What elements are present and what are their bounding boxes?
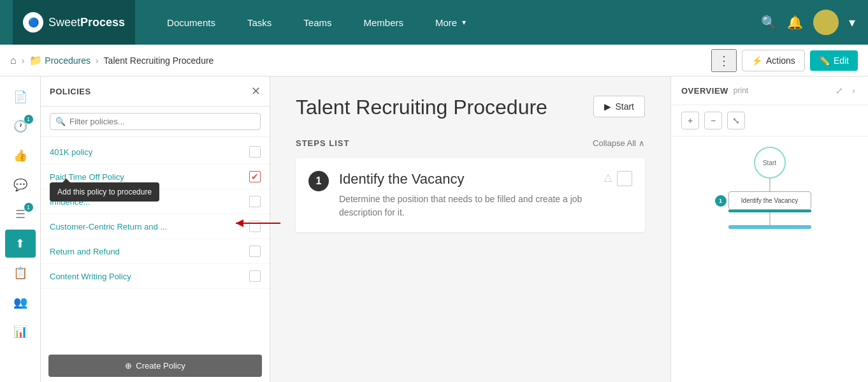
actions-button[interactable]: ⚡ Actions bbox=[742, 50, 805, 71]
breadcrumb-procedures-link[interactable]: 📁 Procedures bbox=[29, 54, 90, 66]
document-icon: 📄 bbox=[13, 90, 27, 104]
step-number: 1 bbox=[308, 171, 329, 191]
list-item[interactable]: Return and Refund bbox=[41, 239, 270, 264]
overview-panel: OVERVIEW print ⤢ › + − ⤡ Start bbox=[670, 77, 868, 382]
flow-start-node: Start bbox=[754, 147, 786, 179]
sidebar-item-chat[interactable]: 💬 bbox=[5, 171, 36, 199]
dropdown-arrow-icon[interactable]: ▾ bbox=[849, 15, 855, 30]
chat-icon: 💬 bbox=[13, 178, 27, 192]
bell-icon[interactable]: 🔔 bbox=[787, 15, 803, 30]
policies-header: POLICIES ✕ bbox=[41, 77, 270, 107]
list-item[interactable]: 401K policy bbox=[41, 140, 270, 165]
start-button[interactable]: ▶ Start bbox=[593, 96, 645, 117]
sidebar-item-upload[interactable]: ⬆ bbox=[5, 230, 36, 258]
flow-start-label: Start bbox=[763, 159, 776, 166]
step-content: Identify the Vacancy Determine the posit… bbox=[339, 171, 594, 219]
nav-item-members[interactable]: Members bbox=[358, 14, 410, 31]
sidebar-icon-bar: 📄 🕐 1 👍 💬 ☰ 1 ⬆ 📋 👥 📊 bbox=[0, 77, 41, 382]
overview-canvas: Start 1 Identify the Vacancy bbox=[671, 136, 868, 382]
overview-header: OVERVIEW print ⤢ › bbox=[671, 77, 868, 105]
policy-checkbox[interactable] bbox=[249, 246, 261, 257]
sidebar-item-thumb[interactable]: 👍 bbox=[5, 142, 36, 170]
create-policy-button[interactable]: ⊕ Create Policy bbox=[48, 355, 262, 377]
policy-item-paid-time-off: Paid Time Off Policy ✔ Add this policy t… bbox=[41, 165, 270, 189]
flow-step-1: 1 Identify the Vacancy bbox=[728, 191, 811, 210]
expand-icon[interactable]: ⤢ bbox=[833, 84, 846, 97]
main-content: Talent Recruiting Procedure ▶ Start STEP… bbox=[270, 77, 670, 382]
policy-checkbox-checked[interactable]: ✔ bbox=[249, 171, 261, 182]
nav-item-documents[interactable]: Documents bbox=[161, 14, 222, 31]
procedure-title: Talent Recruiting Procedure bbox=[296, 96, 645, 119]
overview-zoom-in-button[interactable]: + bbox=[681, 112, 699, 129]
sidebar-item-copy[interactable]: 📋 bbox=[5, 259, 36, 287]
collapse-all-button[interactable]: Collapse All ∧ bbox=[593, 138, 645, 148]
policy-name: Paid Time Off Policy bbox=[50, 172, 124, 182]
step-item: 1 Identify the Vacancy Determine the pos… bbox=[296, 158, 645, 232]
step-move-up-icon[interactable]: △ bbox=[604, 171, 612, 183]
plus-icon: ⊕ bbox=[125, 361, 132, 371]
thumb-icon: 👍 bbox=[13, 149, 27, 163]
overview-title: OVERVIEW bbox=[681, 86, 728, 96]
overview-fit-button[interactable]: ⤡ bbox=[727, 112, 745, 129]
overview-action-buttons: + − ⤡ bbox=[671, 105, 868, 136]
steps-list-label: STEPS LIST bbox=[296, 138, 349, 148]
avatar[interactable] bbox=[813, 10, 839, 35]
step-title: Identify the Vacancy bbox=[339, 171, 594, 187]
overview-zoom-out-button[interactable]: − bbox=[704, 112, 722, 129]
breadcrumb-separator-2: › bbox=[96, 55, 99, 66]
copy-icon: 📋 bbox=[13, 266, 27, 280]
policy-name: Customer-Centric Return and ... bbox=[50, 222, 167, 231]
policy-checkbox[interactable] bbox=[249, 221, 261, 232]
steps-header: STEPS LIST Collapse All ∧ bbox=[296, 138, 645, 148]
sidebar-item-list[interactable]: ☰ 1 bbox=[5, 200, 36, 228]
policy-checkbox[interactable] bbox=[249, 196, 261, 207]
folder-icon: 📁 bbox=[29, 54, 42, 66]
step-actions: △ bbox=[604, 171, 632, 219]
nav-item-tasks[interactable]: Tasks bbox=[241, 14, 278, 31]
sidebar-item-chart[interactable]: 📊 bbox=[5, 318, 36, 346]
nav-item-more[interactable]: More ▾ bbox=[429, 14, 472, 31]
clock-badge: 1 bbox=[24, 115, 33, 124]
breadcrumb-current-page: Talent Recruiting Procedure bbox=[104, 55, 214, 66]
search-icon: 🔍 bbox=[55, 117, 66, 126]
nav-item-teams[interactable]: Teams bbox=[297, 14, 338, 31]
flow-step-2-bar bbox=[728, 225, 811, 229]
overview-print-button[interactable]: print bbox=[734, 86, 748, 95]
flow-step-number: 1 bbox=[715, 195, 727, 207]
step-expand-button[interactable] bbox=[617, 171, 632, 186]
policy-name: Return and Refund bbox=[50, 247, 120, 256]
checkmark-icon: ✔ bbox=[251, 172, 259, 182]
add-policy-tooltip: Add this policy to procedure bbox=[50, 182, 159, 202]
policy-name: 401K policy bbox=[50, 147, 92, 157]
edit-button[interactable]: ✏️ Edit bbox=[810, 50, 858, 71]
logo-icon: 🔵 bbox=[23, 12, 43, 33]
chart-icon: 📊 bbox=[13, 325, 27, 339]
flow-step-bar bbox=[728, 210, 811, 212]
next-icon[interactable]: › bbox=[850, 84, 858, 97]
search-icon[interactable]: 🔍 bbox=[761, 15, 777, 30]
list-item[interactable]: Content Writing Policy bbox=[41, 264, 270, 289]
policies-panel: POLICIES ✕ 🔍 401K policy Paid Time Off P… bbox=[41, 77, 270, 382]
upload-icon: ⬆ bbox=[15, 237, 25, 251]
home-icon[interactable]: ⌂ bbox=[10, 55, 17, 66]
policies-search-area: 🔍 bbox=[41, 107, 270, 137]
flowchart: Start 1 Identify the Vacancy bbox=[681, 147, 858, 229]
sidebar-item-team[interactable]: 👥 bbox=[5, 288, 36, 316]
lightning-icon: ⚡ bbox=[751, 55, 762, 66]
sidebar-item-clock[interactable]: 🕐 1 bbox=[5, 112, 36, 140]
flow-connector bbox=[769, 179, 770, 191]
sidebar-item-document[interactable]: 📄 bbox=[5, 83, 36, 111]
main-layout: 📄 🕐 1 👍 💬 ☰ 1 ⬆ 📋 👥 📊 POLIC bbox=[0, 77, 868, 382]
policy-name: Content Writing Policy bbox=[50, 272, 131, 281]
close-icon[interactable]: ✕ bbox=[251, 84, 261, 98]
chevron-up-icon: ∧ bbox=[639, 138, 645, 148]
policy-checkbox[interactable] bbox=[249, 270, 261, 282]
policy-search-input[interactable] bbox=[69, 117, 255, 126]
play-icon: ▶ bbox=[604, 101, 611, 112]
more-options-button[interactable]: ⋮ bbox=[711, 49, 737, 72]
policies-panel-title: POLICIES bbox=[50, 87, 91, 96]
list-item[interactable]: Customer-Centric Return and ... bbox=[41, 214, 270, 239]
logo[interactable]: 🔵 SweetProcess bbox=[13, 0, 135, 45]
policy-checkbox[interactable] bbox=[249, 146, 261, 158]
list-icon: ☰ bbox=[15, 207, 25, 221]
